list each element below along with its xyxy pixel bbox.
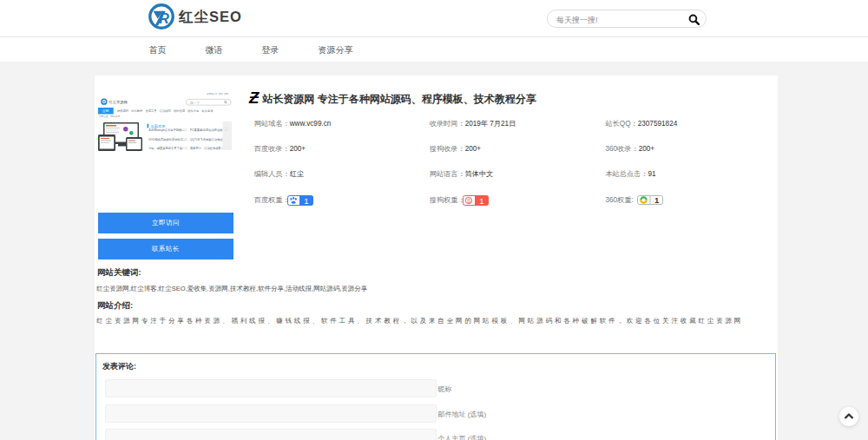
- svg-text:1: 1: [479, 195, 483, 205]
- svg-text:R: R: [159, 11, 169, 26]
- svg-text:1: 1: [654, 195, 660, 205]
- svg-text:S: S: [467, 197, 471, 203]
- svg-text:1: 1: [304, 195, 308, 205]
